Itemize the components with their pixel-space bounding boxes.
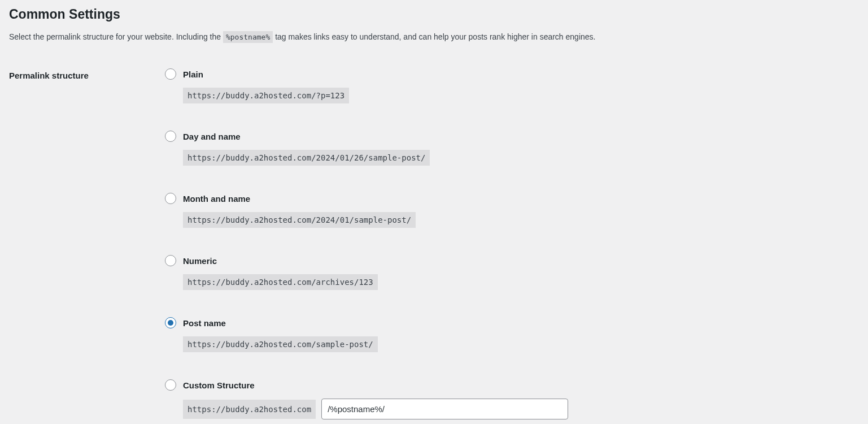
description-suffix: tag makes links easy to understand, and … [273, 32, 595, 41]
page-description: Select the permalink structure for your … [9, 32, 859, 41]
option-custom-label[interactable]: Custom Structure [165, 379, 859, 391]
permalink-structure-label: Permalink structure [9, 68, 165, 424]
option-plain-example: https://buddy.a2hosted.com/?p=123 [183, 88, 349, 103]
option-post-name: Post name https://buddy.a2hosted.com/sam… [165, 317, 859, 352]
option-custom: Custom Structure https://buddy.a2hosted.… [165, 379, 859, 424]
option-day-name: Day and name https://buddy.a2hosted.com/… [165, 131, 859, 166]
option-post-name-text: Post name [183, 318, 226, 328]
description-code: %postname% [223, 31, 273, 43]
option-numeric-text: Numeric [183, 256, 217, 266]
option-plain-label[interactable]: Plain [165, 68, 859, 80]
option-numeric-label[interactable]: Numeric [165, 255, 859, 266]
option-custom-base: https://buddy.a2hosted.com [183, 400, 316, 419]
option-post-name-radio[interactable] [165, 317, 176, 328]
option-post-name-label[interactable]: Post name [165, 317, 859, 328]
option-plain: Plain https://buddy.a2hosted.com/?p=123 [165, 68, 859, 103]
option-plain-text: Plain [183, 70, 203, 79]
custom-structure-input[interactable] [321, 399, 568, 419]
option-custom-text: Custom Structure [183, 380, 255, 390]
description-prefix: Select the permalink structure for your … [9, 32, 223, 41]
option-day-name-radio[interactable] [165, 131, 176, 142]
option-numeric: Numeric https://buddy.a2hosted.com/archi… [165, 255, 859, 290]
option-month-name-label[interactable]: Month and name [165, 193, 859, 204]
option-month-name-example: https://buddy.a2hosted.com/2024/01/sampl… [183, 212, 416, 228]
option-day-name-text: Day and name [183, 132, 241, 141]
option-numeric-radio[interactable] [165, 255, 176, 266]
option-day-name-label[interactable]: Day and name [165, 131, 859, 142]
option-day-name-example: https://buddy.a2hosted.com/2024/01/26/sa… [183, 150, 430, 166]
option-custom-radio[interactable] [165, 379, 176, 391]
option-month-name-radio[interactable] [165, 193, 176, 204]
option-month-name-text: Month and name [183, 194, 250, 204]
option-plain-radio[interactable] [165, 68, 176, 80]
option-numeric-example: https://buddy.a2hosted.com/archives/123 [183, 274, 378, 290]
option-post-name-example: https://buddy.a2hosted.com/sample-post/ [183, 336, 378, 352]
page-heading: Common Settings [9, 7, 859, 22]
option-month-name: Month and name https://buddy.a2hosted.co… [165, 193, 859, 228]
